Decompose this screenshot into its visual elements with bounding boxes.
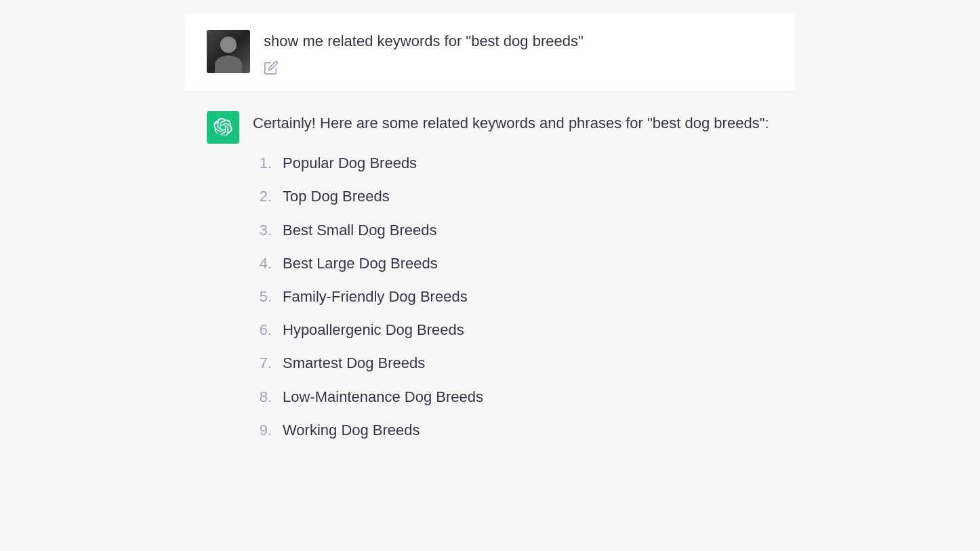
keyword-item: 9.Working Dog Breeds xyxy=(253,418,773,442)
keyword-text: Best Small Dog Breeds xyxy=(283,218,436,242)
keyword-text: Working Dog Breeds xyxy=(283,418,420,442)
edit-icon[interactable] xyxy=(264,60,279,75)
keyword-item: 5.Family-Friendly Dog Breeds xyxy=(253,285,773,308)
keyword-text: Top Dog Breeds xyxy=(283,184,390,208)
assistant-intro-text: Certainly! Here are some related keyword… xyxy=(253,111,773,135)
keyword-number: 8. xyxy=(253,385,272,409)
keyword-item: 6.Hypoallergenic Dog Breeds xyxy=(253,318,773,342)
openai-logo xyxy=(213,118,232,137)
assistant-message-content: Certainly! Here are some related keyword… xyxy=(253,111,773,451)
keyword-number: 1. xyxy=(253,151,272,175)
keyword-number: 9. xyxy=(253,418,272,442)
keyword-item: 7.Smartest Dog Breeds xyxy=(253,351,773,375)
user-message: show me related keywords for "best dog b… xyxy=(185,14,795,92)
keyword-text: Low-Maintenance Dog Breeds xyxy=(283,385,483,409)
keyword-text: Hypoallergenic Dog Breeds xyxy=(283,318,464,342)
keyword-text: Popular Dog Breeds xyxy=(283,151,417,175)
keyword-item: 3.Best Small Dog Breeds xyxy=(253,218,773,242)
keyword-number: 2. xyxy=(253,184,272,208)
keyword-number: 5. xyxy=(253,285,272,308)
keyword-number: 3. xyxy=(253,218,272,242)
keyword-text: Best Large Dog Breeds xyxy=(283,251,438,275)
keyword-number: 4. xyxy=(253,251,272,275)
conversation-container: show me related keywords for "best dog b… xyxy=(185,0,795,484)
keyword-item: 4.Best Large Dog Breeds xyxy=(253,251,773,275)
keyword-item: 8.Low-Maintenance Dog Breeds xyxy=(253,385,773,409)
assistant-avatar xyxy=(207,111,239,144)
edit-icon-wrapper xyxy=(264,60,773,75)
keyword-number: 6. xyxy=(253,318,272,342)
keyword-item: 1.Popular Dog Breeds xyxy=(253,151,773,175)
keyword-text: Family-Friendly Dog Breeds xyxy=(283,285,468,308)
user-avatar xyxy=(207,30,250,73)
assistant-message: Certainly! Here are some related keyword… xyxy=(185,92,795,470)
user-message-text: show me related keywords for "best dog b… xyxy=(264,30,773,52)
keyword-item: 2.Top Dog Breeds xyxy=(253,184,773,208)
avatar-image xyxy=(207,30,250,73)
keywords-list: 1.Popular Dog Breeds2.Top Dog Breeds3.Be… xyxy=(253,151,773,442)
keyword-number: 7. xyxy=(253,351,272,375)
user-message-content: show me related keywords for "best dog b… xyxy=(264,30,773,75)
keyword-text: Smartest Dog Breeds xyxy=(283,351,425,375)
